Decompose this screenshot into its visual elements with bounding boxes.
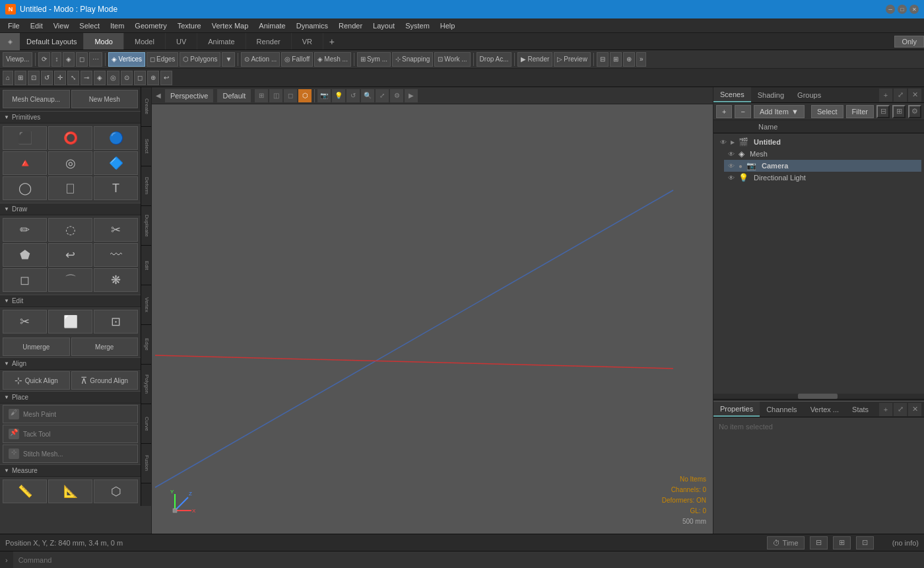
close-button[interactable]: ✕ — [909, 5, 919, 14]
duplicate-tab[interactable]: Duplicate — [141, 206, 152, 246]
eye-mesh[interactable]: 👁 — [727, 149, 736, 159]
menu-geometry[interactable]: Geometry — [129, 20, 172, 31]
extrude-icon[interactable]: ⊕ — [147, 71, 159, 85]
curve-tab[interactable]: Curve — [141, 404, 152, 444]
new-mesh-button[interactable]: New Mesh — [71, 90, 139, 108]
layout-icons2[interactable]: ⊞ — [610, 52, 622, 67]
close-props-button[interactable]: ✕ — [908, 403, 921, 416]
minimize-button[interactable]: ─ — [886, 5, 895, 14]
menu-vertex-map[interactable]: Vertex Map — [207, 20, 254, 31]
tab-model[interactable]: Model — [124, 33, 166, 50]
select-all-icon[interactable]: ⊡ — [28, 71, 40, 85]
record-button[interactable]: ⊟ — [810, 536, 828, 550]
ring-tool[interactable]: ◯ — [3, 176, 47, 200]
tab-vr[interactable]: VR — [292, 33, 323, 50]
add-item-button[interactable]: Add Item ▼ — [754, 105, 805, 118]
maximize-button[interactable]: □ — [898, 5, 907, 14]
more-toolbar[interactable]: » — [636, 52, 647, 67]
layout-icons[interactable]: ⊟ — [597, 52, 609, 67]
maximize-panel-button[interactable]: ⤢ — [894, 89, 907, 102]
patch-tool[interactable]: ◻ — [3, 268, 47, 292]
render-button[interactable]: ▶ Render — [517, 52, 552, 67]
morph-icon[interactable]: ⊙ — [121, 71, 133, 85]
vp-wireframe-icon[interactable]: ◫ — [269, 89, 282, 102]
stitch-mesh-button[interactable]: ⊹ Stitch Mesh... — [3, 444, 138, 463]
tab-channels[interactable]: Channels — [760, 402, 803, 417]
align-section[interactable]: Align — [0, 357, 141, 370]
cone-tool[interactable]: 🔺 — [3, 151, 47, 175]
edge-tab[interactable]: Edge — [141, 325, 152, 365]
menu-edit[interactable]: Edit — [25, 20, 48, 31]
cleanup-button[interactable]: Mesh Cleanup... — [3, 90, 70, 108]
angle-tool[interactable]: 📐 — [48, 479, 92, 503]
tab-properties[interactable]: Properties — [713, 402, 760, 417]
snapping-button[interactable]: ⊹ Snapping — [392, 52, 433, 67]
work-button[interactable]: ⊡ Work ... — [434, 52, 470, 67]
menu-item[interactable]: Item — [105, 20, 129, 31]
mesh-button[interactable]: ◈ Mesh ... — [314, 52, 351, 67]
viewp-button[interactable]: Viewp... — [3, 52, 32, 67]
vp-fit-icon[interactable]: ⤢ — [376, 89, 389, 102]
menu-select[interactable]: Select — [74, 20, 105, 31]
scroll-thumb[interactable] — [798, 394, 838, 399]
merge-button[interactable]: Merge — [71, 337, 139, 356]
vertices-button[interactable]: ◈ Vertices — [108, 52, 145, 67]
fusion-tab[interactable]: Fusion — [141, 444, 152, 483]
fill-tool[interactable]: ⬟ — [3, 243, 47, 267]
time-button[interactable]: ⏱ Time — [767, 536, 805, 550]
menu-dynamics[interactable]: Dynamics — [291, 20, 333, 31]
vp-zoom-icon[interactable]: 🔍 — [361, 89, 374, 102]
sculpt-button[interactable]: ◻ — [76, 52, 88, 67]
vp-light-icon[interactable]: 💡 — [332, 89, 345, 102]
copy-tool[interactable]: ⬜ — [48, 310, 92, 334]
text-tool[interactable]: T — [94, 176, 138, 200]
vp-shade-icon[interactable]: ⬡ — [298, 89, 312, 102]
place-section[interactable]: Place — [0, 391, 141, 404]
menu-file[interactable]: File — [3, 20, 25, 31]
select-tab[interactable]: Select — [141, 127, 152, 166]
scene-item-light[interactable]: 👁 💡 Directional Light — [724, 172, 921, 184]
add-tab-button[interactable]: + — [323, 33, 341, 50]
rotate-icon[interactable]: ↺ — [41, 71, 53, 85]
capsule-tool[interactable]: 🔵 — [94, 126, 138, 150]
unmerge-button[interactable]: Unmerge — [3, 337, 70, 356]
select-mode-button[interactable]: ↕ — [51, 52, 61, 67]
zoom-btn[interactable]: ⊕ — [623, 52, 635, 67]
vertex-tab[interactable]: Vertex — [141, 285, 152, 325]
deform-tab[interactable]: Deform — [141, 166, 152, 206]
cube-tool[interactable]: ⬛ — [3, 126, 47, 150]
vp-expand-icon[interactable]: ▶ — [405, 89, 418, 102]
tab-uv[interactable]: UV — [166, 33, 197, 50]
col-layout-1[interactable]: ⊟ — [876, 105, 890, 118]
tack-tool-button[interactable]: 📌 Tack Tool — [3, 425, 138, 443]
edit-tab[interactable]: Edit — [141, 246, 152, 285]
sym-button[interactable]: ⊞ Sym ... — [357, 52, 391, 67]
menu-system[interactable]: System — [400, 20, 435, 31]
tab-animate[interactable]: Animate — [197, 33, 246, 50]
default-label[interactable]: Default — [217, 89, 251, 102]
volume-tool[interactable]: ⬡ — [94, 479, 138, 503]
brush-tool[interactable]: ◌ — [48, 218, 92, 242]
edit-section[interactable]: Edit — [0, 295, 141, 307]
col-layout-2[interactable]: ⊞ — [892, 105, 906, 118]
tube-tool[interactable]: ⎕ — [48, 176, 92, 200]
mesh-paint-button[interactable]: 🖌 Mesh Paint — [3, 405, 138, 423]
falloff-button[interactable]: ◎ Falloff — [281, 52, 313, 67]
viewport-canvas[interactable]: Z X Y No Items Channels: 0 Deformers: ON… — [152, 104, 713, 534]
select-scene-button[interactable]: Select — [811, 105, 843, 118]
remove-button[interactable]: − — [735, 105, 750, 118]
transform-button[interactable]: ⟳ — [38, 52, 50, 67]
eye-camera[interactable]: 👁 — [727, 161, 736, 170]
filter-button[interactable]: Filter — [846, 105, 874, 118]
shape-tool[interactable]: ❋ — [94, 268, 138, 292]
arc-tool[interactable]: ⌒ — [48, 268, 92, 292]
tab-render[interactable]: Render — [246, 33, 292, 50]
tab-shading[interactable]: Shading — [751, 87, 791, 102]
maximize-props-button[interactable]: ⤢ — [894, 403, 907, 416]
polygon-dropdown[interactable]: ▼ — [222, 52, 235, 67]
vp-cam-icon[interactable]: 📷 — [317, 89, 331, 102]
close-panel-button[interactable]: ✕ — [908, 89, 921, 102]
add-panel-button[interactable]: + — [879, 89, 892, 102]
primitives-section[interactable]: Primitives — [0, 111, 141, 124]
polygon-tab[interactable]: Polygon — [141, 365, 152, 404]
